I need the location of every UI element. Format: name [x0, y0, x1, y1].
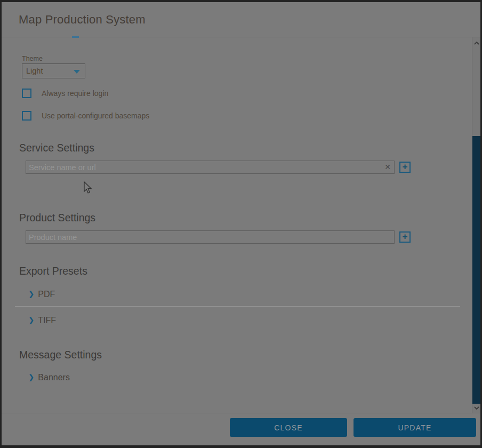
- theme-label: Theme: [22, 55, 43, 62]
- close-button[interactable]: CLOSE: [230, 418, 347, 437]
- divider: [15, 306, 460, 307]
- chevron-up-icon: [474, 42, 479, 45]
- message-setting-banners-label: Banners: [38, 373, 70, 382]
- service-name-input[interactable]: [26, 161, 395, 174]
- export-preset-tiff[interactable]: ❯ TIFF: [28, 316, 56, 325]
- message-settings-heading: Message Settings: [19, 349, 102, 361]
- checkbox-row-always-require-login: Always require login: [22, 89, 108, 98]
- dialog-content: Theme Light Always require login Use por…: [2, 37, 480, 413]
- vertical-scrollbar[interactable]: [472, 37, 480, 413]
- export-preset-tiff-label: TIFF: [38, 316, 56, 325]
- product-settings-heading: Product Settings: [19, 212, 95, 224]
- scrollbar-thumb[interactable]: [472, 136, 480, 404]
- dialog-footer: CLOSE UPDATE: [2, 413, 480, 445]
- message-setting-banners[interactable]: ❯ Banners: [28, 373, 70, 382]
- add-service-button[interactable]: +: [399, 162, 411, 173]
- add-product-button[interactable]: +: [399, 231, 411, 243]
- portal-basemaps-label: Use portal-configured basemaps: [42, 111, 149, 120]
- always-require-login-checkbox[interactable]: [22, 89, 31, 98]
- scroll-up-arrow[interactable]: [472, 38, 480, 48]
- service-input-row: ✕ +: [26, 161, 411, 174]
- update-button[interactable]: UPDATE: [354, 418, 476, 437]
- mouse-cursor-icon: [83, 181, 93, 194]
- chevron-down-icon: [474, 406, 479, 410]
- product-input-wrap: [26, 230, 395, 244]
- chevron-down-icon: [74, 70, 80, 74]
- chevron-right-icon: ❯: [28, 290, 34, 299]
- service-settings-heading: Service Settings: [19, 142, 94, 154]
- chevron-right-icon: ❯: [28, 373, 34, 382]
- dialog-title: Map Production System: [19, 13, 146, 27]
- always-require-login-label: Always require login: [42, 89, 108, 98]
- clear-icon[interactable]: ✕: [384, 162, 391, 172]
- product-name-input[interactable]: [26, 230, 395, 244]
- export-preset-pdf[interactable]: ❯ PDF: [28, 290, 55, 299]
- export-presets-heading: Export Presets: [19, 265, 87, 277]
- portal-basemaps-checkbox[interactable]: [22, 111, 31, 121]
- scroll-down-arrow[interactable]: [472, 403, 480, 413]
- service-input-wrap: ✕: [26, 161, 395, 174]
- chevron-right-icon: ❯: [28, 316, 34, 325]
- theme-select-value: Light: [26, 67, 43, 75]
- theme-select[interactable]: Light: [22, 63, 85, 78]
- dialog-header: Map Production System: [2, 2, 480, 37]
- checkbox-row-portal-basemaps: Use portal-configured basemaps: [22, 111, 149, 121]
- map-production-dialog: Map Production System Theme Light Always…: [0, 0, 482, 448]
- product-input-row: +: [26, 230, 411, 244]
- export-preset-pdf-label: PDF: [38, 290, 55, 299]
